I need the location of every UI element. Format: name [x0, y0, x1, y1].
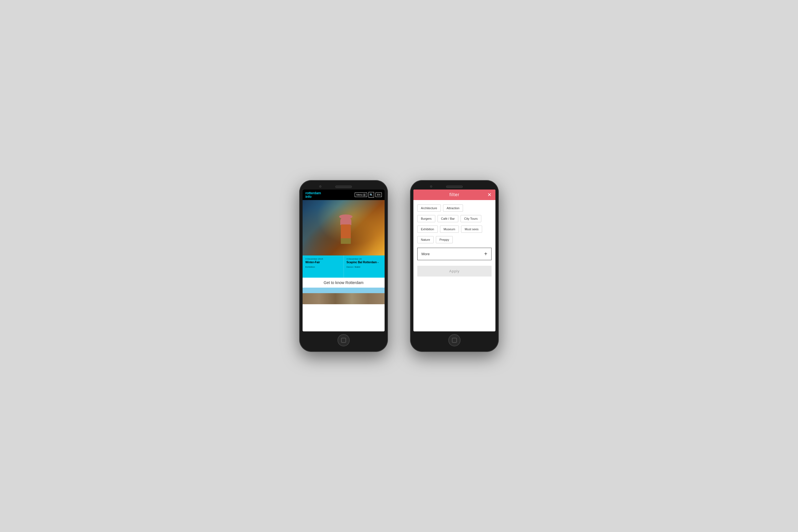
phone-1-bottom	[303, 331, 385, 348]
menu-label: Menu	[356, 193, 363, 196]
event-1-title: Winter-Fair	[305, 261, 341, 264]
logo-info: info	[305, 195, 321, 198]
tag-preppy[interactable]: Preppy	[436, 236, 453, 243]
app-logo: rotterdam info	[305, 191, 321, 198]
tag-museum[interactable]: Museum	[440, 226, 459, 233]
tag-must-sees[interactable]: Must sees	[461, 226, 482, 233]
filter-row-2: Burgers Café / Bar City Tours	[417, 215, 492, 222]
home-button-inner-1	[341, 338, 346, 343]
section-title-area: Get to know Rotterdam	[303, 278, 385, 288]
phone-2-screen: filter ✕ Architecture Attraction	[413, 190, 495, 331]
apply-button[interactable]: Apply	[417, 266, 492, 277]
phone-1: rotterdam info Menu 🔍	[299, 180, 388, 352]
home-button-1[interactable]	[338, 334, 350, 346]
phone-2-camera	[430, 185, 432, 188]
search-button[interactable]: 🔍	[368, 192, 374, 197]
filter-title: filter	[450, 192, 459, 197]
phone-2-speaker	[446, 186, 463, 188]
tag-city-tours[interactable]: City Tours	[460, 215, 481, 222]
event-1-category: Exhibition	[305, 266, 341, 268]
event-2-category: Dance / Ballet	[347, 266, 382, 268]
filter-more-row[interactable]: More +	[417, 248, 492, 260]
menu-button[interactable]: Menu	[355, 193, 367, 197]
tag-burgers[interactable]: Burgers	[417, 215, 435, 222]
phone-1-speaker	[335, 186, 352, 188]
app-nav: Menu 🔍 EN	[355, 192, 382, 197]
event-2-title: Scapinc Bal Rotterdam -	[347, 261, 382, 264]
tag-cafe-bar[interactable]: Café / Bar	[438, 215, 459, 222]
hamburger-icon	[363, 194, 365, 196]
phone-2-bottom	[413, 331, 495, 348]
hero-image	[303, 200, 385, 255]
home-button-2[interactable]	[448, 334, 460, 346]
filter-header: filter ✕	[413, 190, 495, 200]
app-header: rotterdam info Menu 🔍	[303, 190, 385, 200]
language-button[interactable]: EN	[376, 193, 382, 197]
phone-1-screen: rotterdam info Menu 🔍	[303, 190, 385, 331]
tag-attraction[interactable]: Attraction	[443, 205, 463, 212]
tag-nature[interactable]: Nature	[417, 236, 434, 243]
city-skyline	[303, 293, 385, 304]
filter-body: Architecture Attraction Burgers Café / B…	[413, 200, 495, 331]
more-label: More	[421, 252, 430, 256]
phone-1-top-bar	[303, 184, 385, 190]
close-button[interactable]: ✕	[488, 192, 492, 198]
city-image	[303, 288, 385, 304]
filter-row-3: Exhibition Museum Must sees	[417, 226, 492, 233]
tag-architecture[interactable]: Architecture	[417, 205, 441, 212]
filter-row-1: Architecture Attraction	[417, 205, 492, 212]
filter-row-4: Nature Preppy	[417, 236, 492, 243]
event-1-date: 4 December 2015	[305, 258, 341, 260]
section-title: Get to know Rotterdam	[305, 280, 382, 285]
event-card-1[interactable]: 4 December 2015 Winter-Fair Exhibition	[303, 255, 344, 278]
scene: rotterdam info Menu 🔍	[283, 164, 515, 368]
event-card-2[interactable]: 4 December 20 Scapinc Bal Rotterdam - Da…	[344, 255, 385, 278]
events-strip: 4 December 2015 Winter-Fair Exhibition 4…	[303, 255, 385, 278]
phone-1-camera	[319, 185, 321, 188]
phone-2: filter ✕ Architecture Attraction	[410, 180, 499, 352]
phone-2-top-bar	[413, 184, 495, 190]
event-2-date: 4 December 20	[347, 258, 382, 260]
search-icon: 🔍	[369, 193, 373, 196]
child-figure	[335, 217, 357, 253]
home-button-inner-2	[452, 338, 457, 343]
tag-exhibition[interactable]: Exhibition	[417, 226, 438, 233]
child-legs	[341, 238, 351, 244]
child-hat	[340, 217, 352, 225]
filter-apply-area: Apply	[417, 266, 492, 277]
child-body	[341, 225, 351, 238]
plus-icon: +	[484, 251, 488, 257]
lang-label: EN	[377, 193, 380, 196]
